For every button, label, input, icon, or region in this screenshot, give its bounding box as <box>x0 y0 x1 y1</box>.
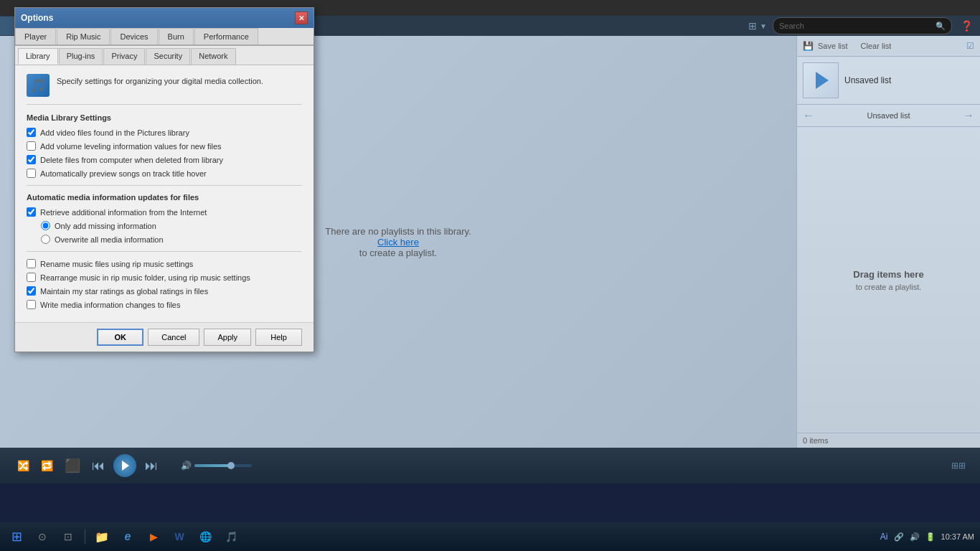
checkbox-write-media: Write media information changes to files <box>27 300 302 309</box>
dialog-footer: OK Cancel Apply Help <box>15 322 314 352</box>
tab-rip-music[interactable]: Rip Music <box>57 28 110 44</box>
label-rearrange-music: Rearrange music in rip music folder, usi… <box>40 273 250 282</box>
subtab-security[interactable]: Security <box>146 48 190 65</box>
help-button[interactable]: Help <box>255 329 302 346</box>
label-auto-preview: Automatically preview songs on track tit… <box>40 169 207 178</box>
chk-delete-files[interactable] <box>27 155 36 164</box>
dialog-tabs: Player Rip Music Devices Burn Performanc… <box>15 28 314 46</box>
label-maintain-ratings: Maintain my star ratings as global ratin… <box>40 287 208 296</box>
chk-rename-music[interactable] <box>27 259 36 268</box>
chk-rearrange-music[interactable] <box>27 273 36 282</box>
label-write-media: Write media information changes to files <box>40 301 180 309</box>
checkbox-rearrange-music: Rearrange music in rip music folder, usi… <box>27 273 302 282</box>
dialog-subtabs: Library Plug-ins Privacy Security Networ… <box>15 46 314 65</box>
media-library-section-title: Media Library Settings <box>27 113 302 122</box>
wmp-main: Play Burn Sync ⊞ ▼ Search 🔍 ❓ There are … <box>0 0 980 551</box>
auto-update-section-title: Automatic media information updates for … <box>27 193 302 202</box>
dialog-titlebar: Options ✕ <box>15 8 314 28</box>
radio-overwrite: Overwrite all media information <box>41 235 302 244</box>
dialog-close-btn[interactable]: ✕ <box>295 11 308 24</box>
checkbox-retrieve-info: Retrieve additional information from the… <box>27 207 302 217</box>
checkbox-rename-music: Rename music files using rip music setti… <box>27 259 302 268</box>
tab-performance[interactable]: Performance <box>194 28 258 44</box>
label-delete-files: Delete files from computer when deleted … <box>40 156 223 164</box>
chk-write-media[interactable] <box>27 300 36 309</box>
section-divider-2 <box>27 251 302 252</box>
checkbox-maintain-ratings: Maintain my star ratings as global ratin… <box>27 286 302 296</box>
tab-player[interactable]: Player <box>15 28 56 44</box>
checkbox-add-volume: Add volume leveling information values f… <box>27 141 302 151</box>
apply-button[interactable]: Apply <box>204 329 251 346</box>
ok-button[interactable]: OK <box>97 329 143 346</box>
label-add-video: Add video files found in the Pictures li… <box>40 128 189 137</box>
radio-overwrite-input[interactable] <box>41 235 50 244</box>
label-add-volume: Add volume leveling information values f… <box>40 142 222 151</box>
dialog-overlay: Options ✕ Player Rip Music Devices Burn … <box>0 0 980 551</box>
label-retrieve-info: Retrieve additional information from the… <box>40 208 207 217</box>
section-divider-1 <box>27 185 302 186</box>
subtab-library[interactable]: Library <box>18 48 58 65</box>
options-dialog: Options ✕ Player Rip Music Devices Burn … <box>14 7 314 352</box>
cancel-button[interactable]: Cancel <box>148 329 199 346</box>
media-icon: 🎵 <box>30 77 46 93</box>
chk-maintain-ratings[interactable] <box>27 286 36 296</box>
label-overwrite: Overwrite all media information <box>55 235 164 244</box>
dialog-body: 🎵 Specify settings for organizing your d… <box>15 65 314 322</box>
checkbox-auto-preview: Automatically preview songs on track tit… <box>27 169 302 178</box>
chk-add-video[interactable] <box>27 128 36 137</box>
checkbox-delete-files: Delete files from computer when deleted … <box>27 155 302 164</box>
radio-only-add: Only add missing information <box>41 221 302 230</box>
chk-retrieve-info[interactable] <box>27 207 36 217</box>
radio-only-add-input[interactable] <box>41 221 50 230</box>
subtab-plugins[interactable]: Plug-ins <box>59 48 103 65</box>
label-only-add: Only add missing information <box>55 222 156 230</box>
dialog-icon: 🎵 <box>27 74 50 97</box>
dialog-description: 🎵 Specify settings for organizing your d… <box>27 74 302 105</box>
chk-add-volume[interactable] <box>27 141 36 151</box>
tab-burn[interactable]: Burn <box>159 28 194 44</box>
chk-auto-preview[interactable] <box>27 169 36 178</box>
dialog-title: Options <box>21 13 53 23</box>
dialog-desc-text: Specify settings for organizing your dig… <box>57 74 263 85</box>
label-rename-music: Rename music files using rip music setti… <box>40 260 193 268</box>
tab-devices[interactable]: Devices <box>110 28 157 44</box>
subtab-privacy[interactable]: Privacy <box>103 48 145 65</box>
checkbox-add-video: Add video files found in the Pictures li… <box>27 128 302 137</box>
subtab-network[interactable]: Network <box>191 48 235 65</box>
